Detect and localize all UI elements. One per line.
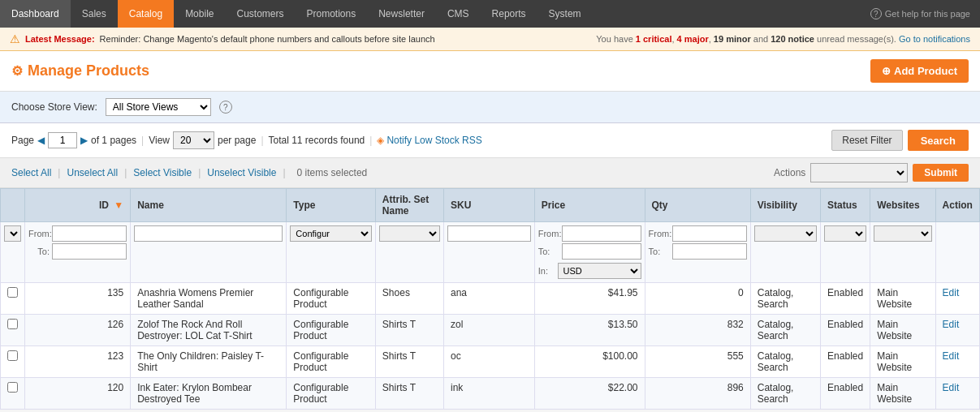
filter-websites-select[interactable]: [874, 225, 931, 242]
row-status: Enabled: [821, 315, 870, 346]
filter-currency-select[interactable]: USD: [558, 263, 641, 279]
row-checkbox-cell: [1, 378, 25, 410]
products-icon: ⚙: [11, 63, 23, 79]
rss-link[interactable]: ◈ Notify Low Stock RSS: [377, 135, 481, 146]
nav-item-dashboard[interactable]: Dashboard: [0, 0, 71, 28]
col-id-label: ID: [99, 200, 109, 211]
filter-status-select[interactable]: [824, 225, 866, 242]
select-all-link[interactable]: Select All: [11, 167, 51, 178]
filter-qty-from[interactable]: [672, 225, 747, 242]
filter-visibility-cell: [750, 222, 820, 283]
col-qty: Qty: [645, 189, 750, 222]
nav-item-mobile[interactable]: Mobile: [174, 0, 225, 28]
filter-qty-to-row: To:: [649, 243, 747, 260]
page-input[interactable]: [48, 132, 77, 148]
filter-name-cell: [131, 222, 287, 283]
prev-page-btn[interactable]: ◀: [37, 135, 45, 146]
table-row: 120 Ink Eater: Krylon Bombear Destroyed …: [1, 378, 980, 410]
row-qty: 832: [645, 315, 750, 346]
filter-name[interactable]: [134, 225, 283, 242]
toolbar-right: Reset Filter Search: [831, 130, 969, 151]
row-action: Edit: [935, 346, 979, 378]
filter-any-select[interactable]: AnyYesNo: [4, 225, 21, 242]
add-product-button[interactable]: ⊕ Add Product: [870, 59, 969, 83]
filter-id-to[interactable]: [52, 243, 127, 260]
nav-item-sales[interactable]: Sales: [71, 0, 118, 28]
store-help-icon[interactable]: ?: [219, 101, 232, 114]
nav-item-cms[interactable]: CMS: [436, 0, 481, 28]
row-checkbox[interactable]: [7, 287, 18, 298]
row-name: The Only Children: Paisley T-Shirt: [131, 346, 287, 378]
col-id[interactable]: ID ▼: [25, 189, 131, 222]
edit-link[interactable]: Edit: [943, 382, 960, 393]
row-checkbox[interactable]: [7, 382, 18, 393]
critical-count: 1 critical: [636, 34, 672, 44]
filter-type-select[interactable]: Configur: [290, 225, 372, 242]
actions-select[interactable]: [810, 163, 908, 182]
from-label: From:: [28, 229, 50, 238]
filter-id-from[interactable]: [52, 225, 127, 242]
row-name: Zolof The Rock And Roll Destroyer: LOL C…: [131, 315, 287, 346]
notice-count: 120 notice: [771, 34, 814, 44]
filter-qty-cell: From: To:: [645, 222, 750, 283]
minor-count: 19 minor: [714, 34, 751, 44]
nav-item-promotions[interactable]: Promotions: [296, 0, 368, 28]
nav-item-customers[interactable]: Customers: [225, 0, 295, 28]
nav-item-reports[interactable]: Reports: [481, 0, 537, 28]
unselect-visible-link[interactable]: Unselect Visible: [207, 167, 276, 178]
help-link[interactable]: ? Get help for this page: [861, 8, 980, 19]
filter-price-to-row: To:: [538, 243, 641, 260]
table-row: 135 Anashria Womens Premier Leather Sand…: [1, 283, 980, 315]
filter-websites-cell: [870, 222, 935, 283]
col-action: Action: [935, 189, 979, 222]
row-checkbox[interactable]: [7, 350, 18, 361]
filter-visibility-select[interactable]: [754, 225, 817, 242]
col-type: Type: [287, 189, 376, 222]
col-status-label: Status: [827, 200, 857, 211]
view-select[interactable]: 10 20 50 100 200: [173, 131, 214, 149]
page-title-text: Manage Products: [28, 62, 149, 79]
edit-link[interactable]: Edit: [943, 319, 960, 330]
row-checkbox[interactable]: [7, 319, 18, 329]
message-right-prefix: You have: [596, 34, 636, 44]
edit-link[interactable]: Edit: [943, 287, 960, 298]
row-checkbox-cell: [1, 283, 25, 315]
filter-id: From: To:: [28, 225, 127, 260]
store-view-bar: Choose Store View: All Store Views Defau…: [0, 92, 980, 123]
row-attrib-set: Shirts T: [375, 315, 443, 346]
filter-attrib-select[interactable]: [379, 225, 440, 242]
filter-id-cell: From: To:: [25, 222, 131, 283]
actions-label: Actions: [774, 167, 805, 178]
nav-item-catalog[interactable]: Catalog: [118, 0, 174, 28]
row-name: Ink Eater: Krylon Bombear Destroyed Tee: [131, 378, 287, 410]
select-visible-link[interactable]: Select Visible: [133, 167, 192, 178]
filter-row: AnyYesNo From: To:: [1, 222, 980, 283]
nav-item-system[interactable]: System: [537, 0, 593, 28]
reset-filter-button[interactable]: Reset Filter: [831, 130, 902, 151]
message-left: ⚠ Latest Message: Reminder: Change Magen…: [10, 32, 435, 45]
row-id: 123: [25, 346, 131, 378]
filter-price-to[interactable]: [562, 243, 641, 260]
notifications-link[interactable]: Go to notifications: [899, 34, 970, 44]
nav-item-newsletter[interactable]: Newsletter: [367, 0, 436, 28]
page-header: ⚙ Manage Products ⊕ Add Product: [0, 51, 980, 92]
row-price: $100.00: [534, 346, 645, 378]
row-attrib-set: Shirts T: [375, 346, 443, 378]
help-label: Get help for this page: [885, 9, 970, 19]
row-status: Enabled: [821, 283, 870, 315]
unselect-all-link[interactable]: Unselect All: [67, 167, 118, 178]
submit-button[interactable]: Submit: [913, 164, 969, 182]
filter-sku[interactable]: [447, 225, 531, 242]
filter-qty-to[interactable]: [672, 243, 747, 260]
row-qty: 0: [645, 283, 750, 315]
row-action: Edit: [935, 378, 979, 410]
edit-link[interactable]: Edit: [943, 350, 960, 362]
row-websites: Main Website: [870, 346, 935, 378]
search-button[interactable]: Search: [908, 130, 969, 151]
store-view-select[interactable]: All Store Views Default Store View: [106, 98, 211, 116]
row-visibility: Catalog, Search: [750, 283, 820, 315]
filter-price-from[interactable]: [562, 225, 641, 242]
prev-page-btn2[interactable]: ▶: [80, 135, 88, 146]
pipe4: |: [283, 167, 285, 178]
right-suffix: unread message(s).: [814, 34, 896, 44]
